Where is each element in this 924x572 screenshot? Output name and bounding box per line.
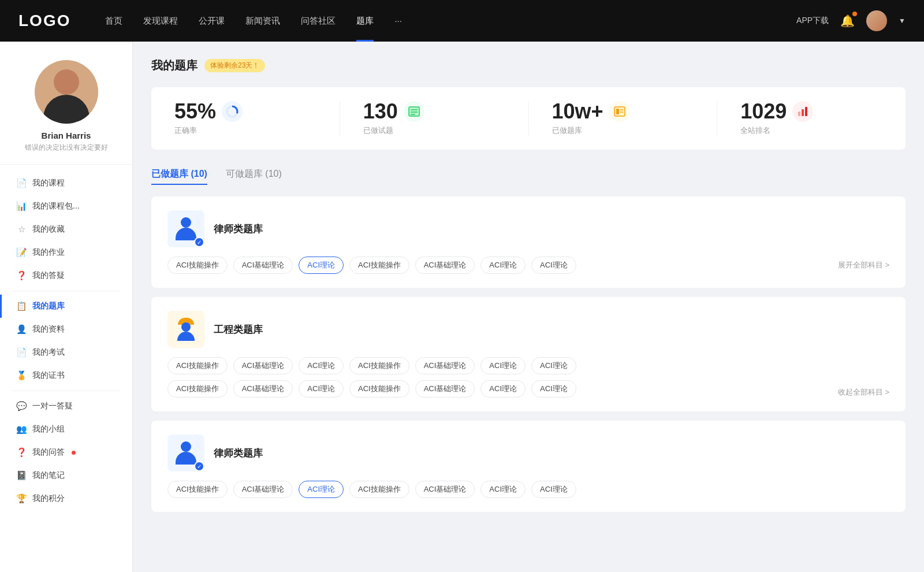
tab-done[interactable]: 已做题库 (10) — [151, 164, 207, 185]
stat-accuracy: 55% 正确率 — [151, 101, 340, 136]
sidebar-item-package[interactable]: 📊 我的课程包... — [0, 195, 132, 218]
book-icon — [613, 106, 626, 117]
nav-opencourse[interactable]: 公开课 — [199, 13, 225, 29]
profile-icon: 👤 — [16, 324, 27, 335]
sidebar-item-profile[interactable]: 👤 我的资料 — [0, 318, 132, 341]
nav-menu: 首页 发现课程 公开课 新闻资讯 问答社区 题库 ··· — [105, 13, 796, 29]
notification-bell[interactable]: 🔔 — [840, 14, 855, 28]
profile-name: Brian Harris — [42, 131, 91, 140]
nav-bank[interactable]: 题库 — [356, 13, 374, 29]
tag-e1-5[interactable]: ACI理论 — [480, 357, 526, 374]
bank-card-eng-title: 工程类题库 — [214, 323, 263, 336]
tag-l1-1[interactable]: ACI基础理论 — [233, 257, 293, 274]
logo: LOGO — [18, 12, 70, 30]
stat-done-label: 已做试题 — [363, 125, 393, 136]
exam-icon: 📄 — [16, 347, 27, 358]
bank-card-lawyer-1-tags: ACI技能操作 ACI基础理论 ACI理论 ACI技能操作 ACI基础理论 AC… — [167, 257, 838, 274]
tag-l2-2[interactable]: ACI理论 — [299, 481, 344, 498]
bank-card-lawyer-1-header: ✓ 律师类题库 — [167, 210, 889, 247]
svg-rect-11 — [802, 109, 804, 116]
bank-card-eng-tags-2: ACI技能操作 ACI基础理论 ACI理论 ACI技能操作 ACI基础理论 AC… — [167, 380, 838, 398]
user-avatar[interactable] — [866, 10, 887, 31]
sidebar-item-myqa[interactable]: ❓ 我的问答 — [0, 441, 132, 464]
sidebar-label-bank: 我的题库 — [32, 301, 65, 311]
stat-done-top: 130 — [363, 101, 424, 122]
lawyer-person-icon-2 — [176, 441, 196, 465]
tag-l2-0[interactable]: ACI技能操作 — [167, 481, 228, 498]
courses-icon: 📄 — [16, 178, 27, 188]
tag-e2-3[interactable]: ACI技能操作 — [349, 380, 409, 398]
tag-l1-0[interactable]: ACI技能操作 — [167, 257, 228, 274]
tag-l2-5[interactable]: ACI理论 — [480, 481, 526, 498]
user-menu-caret[interactable]: ▼ — [899, 17, 906, 25]
tag-e1-2[interactable]: ACI理论 — [299, 357, 344, 374]
favorites-icon: ☆ — [16, 224, 27, 235]
sidebar-item-bank[interactable]: 📋 我的题库 — [0, 295, 132, 318]
tag-l2-3[interactable]: ACI技能操作 — [349, 481, 409, 498]
tag-e2-6[interactable]: ACI理论 — [531, 380, 576, 398]
sidebar-divider-2 — [12, 391, 121, 391]
pie-chart-icon — [226, 105, 239, 118]
sidebar-label-favorites: 我的收藏 — [32, 224, 65, 235]
nav-qa[interactable]: 问答社区 — [301, 13, 336, 29]
bank-card-lawyer-2: ✓ 律师类题库 ACI技能操作 ACI基础理论 ACI理论 ACI技能操作 AC… — [151, 421, 906, 512]
nav-more[interactable]: ··· — [394, 13, 402, 29]
tag-l1-5[interactable]: ACI理论 — [480, 257, 526, 274]
tag-e2-5[interactable]: ACI理论 — [480, 380, 526, 398]
bank-card-eng-tags-container: ACI技能操作 ACI基础理论 ACI理论 ACI技能操作 ACI基础理论 AC… — [167, 357, 889, 398]
notification-badge — [852, 12, 857, 16]
nav-home[interactable]: 首页 — [105, 13, 122, 29]
bar-chart-icon — [796, 106, 809, 117]
sidebar-label-points: 我的积分 — [32, 493, 65, 504]
tag-e1-1[interactable]: ACI基础理论 — [233, 357, 293, 374]
nav-news[interactable]: 新闻资讯 — [245, 13, 280, 29]
sidebar-item-cert[interactable]: 🏅 我的证书 — [0, 364, 132, 387]
tag-l1-6[interactable]: ACI理论 — [531, 257, 576, 274]
tag-l2-1[interactable]: ACI基础理论 — [233, 481, 293, 498]
tag-l2-4[interactable]: ACI基础理论 — [415, 481, 475, 498]
stat-banks-value: 10w+ — [552, 101, 603, 122]
homework-icon: 📝 — [16, 247, 27, 258]
stat-rank-icon — [792, 101, 813, 122]
sidebar-item-courses[interactable]: 📄 我的课程 — [0, 172, 132, 195]
tag-e2-0[interactable]: ACI技能操作 — [167, 380, 228, 398]
tag-l1-4[interactable]: ACI基础理论 — [415, 257, 475, 274]
sidebar-item-group[interactable]: 👥 我的小组 — [0, 418, 132, 441]
sidebar-label-group: 我的小组 — [32, 424, 65, 434]
tag-e1-0[interactable]: ACI技能操作 — [167, 357, 228, 374]
sidebar-item-homework[interactable]: 📝 我的作业 — [0, 241, 132, 264]
sidebar-label-notes: 我的笔记 — [32, 470, 65, 481]
main-layout: Brian Harris 错误的决定比没有决定要好 📄 我的课程 📊 我的课程包… — [0, 42, 924, 572]
tag-e1-3[interactable]: ACI技能操作 — [349, 357, 409, 374]
bank-card-lawyer-2-tags: ACI技能操作 ACI基础理论 ACI理论 ACI技能操作 ACI基础理论 AC… — [167, 481, 889, 498]
trial-badge: 体验剩余23天！ — [204, 59, 265, 72]
sidebar-label-questions: 我的答疑 — [32, 270, 65, 281]
tab-available[interactable]: 可做题库 (10) — [226, 164, 282, 185]
sidebar-item-points[interactable]: 🏆 我的积分 — [0, 487, 132, 510]
page-title: 我的题库 — [151, 58, 198, 73]
sidebar-menu: 📄 我的课程 📊 我的课程包... ☆ 我的收藏 📝 我的作业 ❓ 我的答疑 � — [0, 165, 132, 517]
tag-e1-6[interactable]: ACI理论 — [531, 357, 576, 374]
svg-rect-10 — [798, 112, 800, 116]
tabs-row: 已做题库 (10) 可做题库 (10) — [151, 164, 906, 185]
nav-discover[interactable]: 发现课程 — [143, 13, 178, 29]
bank-card-eng-tags-1: ACI技能操作 ACI基础理论 ACI理论 ACI技能操作 ACI基础理论 AC… — [167, 357, 889, 374]
sidebar-item-favorites[interactable]: ☆ 我的收藏 — [0, 218, 132, 241]
sidebar-item-notes[interactable]: 📓 我的笔记 — [0, 464, 132, 487]
expand-link-1[interactable]: 展开全部科目 > — [838, 260, 889, 270]
tag-l1-3[interactable]: ACI技能操作 — [349, 257, 409, 274]
tag-e1-4[interactable]: ACI基础理论 — [415, 357, 475, 374]
sidebar-item-questions[interactable]: ❓ 我的答疑 — [0, 264, 132, 287]
stat-banks-icon — [609, 101, 630, 122]
stat-accuracy-label: 正确率 — [174, 125, 197, 136]
tag-e2-1[interactable]: ACI基础理论 — [233, 380, 293, 398]
tag-l2-6[interactable]: ACI理论 — [531, 481, 576, 498]
sidebar-item-tutor[interactable]: 💬 一对一答疑 — [0, 395, 132, 418]
tag-e2-4[interactable]: ACI基础理论 — [415, 380, 475, 398]
tag-l1-2[interactable]: ACI理论 — [299, 257, 344, 274]
sidebar-item-exam[interactable]: 📄 我的考试 — [0, 341, 132, 364]
app-download[interactable]: APP下载 — [796, 16, 829, 26]
tag-e2-2[interactable]: ACI理论 — [299, 380, 344, 398]
sidebar-label-exam: 我的考试 — [32, 347, 65, 358]
collapse-link-eng[interactable]: 收起全部科目 > — [838, 387, 889, 398]
